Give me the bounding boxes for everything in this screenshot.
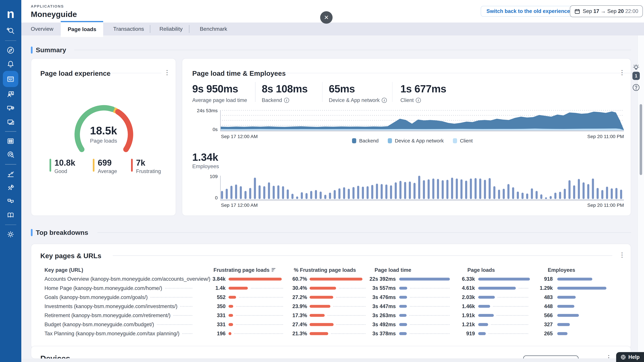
tab-reliability[interactable]: Reliability <box>160 23 182 36</box>
nav-divider <box>5 225 16 225</box>
sidebar-item-mlops-robot-arm[interactable] <box>0 167 21 181</box>
key-page-url[interactable]: Budget (kanopy-bsm.moneyguide.com/budget… <box>44 321 154 327</box>
sidebar-item-support-chat[interactable] <box>0 195 21 208</box>
scrollbar-thumb[interactable] <box>640 104 642 175</box>
value-bar <box>399 287 407 290</box>
switch-old-experience-button[interactable]: Switch back to the old experience <box>481 6 576 17</box>
date-range-picker[interactable]: Sep 17 → Sep 20 22:00 <box>570 5 643 17</box>
column-header-page-load-time: Page load time <box>374 267 411 273</box>
key-page-url[interactable]: Goals (kanopy-bsm.moneyguide.com/goals/) <box>44 294 148 300</box>
devices-card: Devices Type here to search... ⋮ <box>31 346 631 359</box>
mlops-robot-arm-icon <box>6 170 15 178</box>
dotted-leader <box>150 297 192 298</box>
employees-bar-chart[interactable] <box>220 175 624 201</box>
stat-value: 10.8k <box>54 158 75 168</box>
value-bar <box>399 332 407 335</box>
cell-pct-bar <box>310 302 368 311</box>
value-bar <box>557 296 576 299</box>
key-page-url[interactable]: Investments (kanopy-bsm.moneyguide.com/i… <box>44 303 178 309</box>
sidebar-item-logs-search[interactable] <box>0 148 21 162</box>
key-page-url[interactable]: Retirement (kanopy-bsm.moneyguide.com/re… <box>44 312 170 318</box>
value-bar <box>478 287 516 290</box>
section-top-breakdowns: Top breakdowns <box>31 229 88 236</box>
cell-load_time-bar <box>399 311 452 320</box>
sidebar-item-dashboards-grid[interactable] <box>0 134 21 148</box>
value-bar <box>310 305 330 308</box>
info-icon[interactable]: i <box>284 98 289 103</box>
tab-benchmark[interactable]: Benchmark <box>200 23 227 36</box>
table-row[interactable]: Goals (kanopy-bsm.moneyguide.com/goals/)… <box>31 293 632 302</box>
key-page-cell: Tax Planning (kanopy-bsm.moneyguide.com/… <box>44 329 195 338</box>
dotted-leader <box>498 297 528 298</box>
info-icon[interactable]: i <box>416 98 421 103</box>
sidebar-item-synthetics[interactable] <box>0 115 21 129</box>
sidebar-item-settings-gear[interactable] <box>0 228 21 241</box>
key-page-url[interactable]: Home Page (kanopy-bsm.moneyguide.com/hom… <box>44 285 162 291</box>
sidebar-item-ai-search[interactable] <box>0 24 21 38</box>
info-icon[interactable]: i <box>382 98 387 103</box>
sidebar-item-launcher-rocket[interactable] <box>0 181 21 195</box>
dotted-leader <box>336 297 366 298</box>
card-title: Devices <box>40 354 70 359</box>
sidebar-item-infrastructure[interactable] <box>0 101 21 115</box>
table-row[interactable]: Retirement (kanopy-bsm.moneyguide.com/re… <box>31 311 632 320</box>
kebab-menu-icon[interactable]: ⋮ <box>605 354 612 359</box>
metric-backend: 8s 108msBackendi <box>262 83 308 103</box>
load-time-area-chart[interactable] <box>220 109 624 131</box>
y-axis-min-label: 0 <box>201 195 218 201</box>
kebab-menu-icon[interactable]: ⋮ <box>618 69 626 76</box>
dotted-leader <box>339 288 365 289</box>
synthetics-icon <box>6 118 15 126</box>
table-row[interactable]: Accounts Overview (kanopy-bsm.moneyguide… <box>31 274 632 284</box>
key-page-url[interactable]: Tax Planning (kanopy-bsm.moneyguide.com/… <box>44 331 180 337</box>
cell-employees-value: 918 <box>534 274 553 284</box>
newrelic-logo[interactable]: n <box>0 7 21 21</box>
value-bar <box>557 278 592 281</box>
cell-frustrating-value: 331 <box>196 320 226 329</box>
key-page-url[interactable]: Accounts Overview (kanopy-bsm.moneyguide… <box>44 276 210 282</box>
legend-item-client[interactable]: Client <box>453 138 473 144</box>
dotted-leader <box>410 288 450 289</box>
tab-page-loads[interactable]: Page loads <box>61 21 103 37</box>
legend-swatch <box>388 138 392 143</box>
area-chart-legend: BackendDevice & App networkClient <box>352 138 473 144</box>
kebab-menu-icon[interactable]: ⋮ <box>618 251 626 259</box>
cell-load_time-value: 3s 557ms <box>367 284 396 293</box>
value-bar <box>557 323 570 326</box>
metric-value: 9s 950ms <box>192 83 247 95</box>
value-bar <box>478 314 494 317</box>
employees-total: 1.34k <box>192 151 218 163</box>
calendar-icon <box>574 9 580 14</box>
tab-transactions[interactable]: Transactions <box>113 23 144 36</box>
notifications-badge[interactable]: 1 <box>632 72 640 80</box>
sidebar-item-digital-experience[interactable] <box>0 88 21 101</box>
cell-loads-bar <box>478 320 531 329</box>
help-button[interactable]: Help <box>616 352 644 362</box>
metric-value: 1s 677ms <box>400 83 446 95</box>
card-title: Page load time & Employees <box>192 70 286 77</box>
dotted-leader <box>410 324 450 325</box>
dotted-leader <box>336 324 366 325</box>
close-button[interactable]: ✕ <box>320 11 332 24</box>
cell-loads-bar <box>478 302 531 311</box>
legend-item-backend[interactable]: Backend <box>352 138 378 144</box>
sidebar-item-alerts-bell[interactable] <box>0 57 21 71</box>
cell-load_time-value: 3s 378ms <box>367 329 396 338</box>
divider <box>98 232 631 233</box>
table-row[interactable]: Investments (kanopy-bsm.moneyguide.com/i… <box>31 302 632 311</box>
sidebar-item-docs-book[interactable] <box>0 208 21 222</box>
table-row[interactable]: Home Page (kanopy-bsm.moneyguide.com/hom… <box>31 284 632 293</box>
sidebar-item-explorer-compass[interactable] <box>0 43 21 57</box>
sort-descending-icon[interactable] <box>272 268 275 272</box>
legend-item-device-app-network[interactable]: Device & App network <box>388 138 444 144</box>
devices-search-input[interactable]: Type here to search... <box>523 355 578 359</box>
dotted-leader <box>491 324 528 325</box>
column-header-frustrating-page-loads[interactable]: Frustrating page loads <box>214 267 275 273</box>
table-row[interactable]: Budget (kanopy-bsm.moneyguide.com/budget… <box>31 320 632 329</box>
sidebar-item-apm-browser-chart[interactable] <box>0 71 21 88</box>
table-row[interactable]: Tax Planning (kanopy-bsm.moneyguide.com/… <box>31 329 632 338</box>
tab-overview[interactable]: Overview <box>31 23 53 36</box>
help-circle-icon[interactable] <box>632 83 640 93</box>
cell-load_time-bar <box>399 320 452 329</box>
gauge-stat-frustrating: 7kFrustrating <box>131 158 173 179</box>
